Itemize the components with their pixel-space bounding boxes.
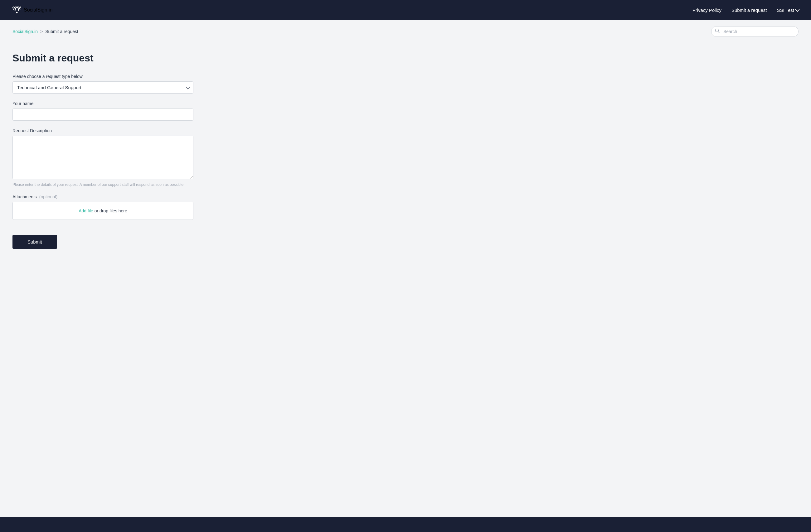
user-menu[interactable]: SSI Test: [777, 7, 798, 13]
wifi-logo-icon: [13, 6, 21, 13]
add-file-link[interactable]: Add file: [79, 208, 93, 213]
request-type-select[interactable]: Technical and General Support Billing Ac…: [13, 81, 194, 94]
breadcrumb: SocialSign.in > Submit a request: [13, 29, 78, 34]
svg-point-0: [16, 12, 18, 13]
request-description-section: Request Description Please enter the det…: [13, 128, 268, 187]
site-header: SocialSign.in Privacy Policy Submit a re…: [0, 0, 811, 20]
file-drop-zone[interactable]: Add file or drop files here: [13, 202, 194, 220]
request-type-label: Please choose a request type below: [13, 74, 268, 79]
header-nav: Privacy Policy Submit a request SSI Test: [692, 7, 798, 13]
attachments-optional: (optional): [39, 194, 57, 199]
request-type-section: Please choose a request type below Techn…: [13, 74, 268, 94]
privacy-policy-link[interactable]: Privacy Policy: [692, 7, 721, 13]
search-icon: [715, 28, 720, 35]
attachments-section: Attachments (optional) Add file or drop …: [13, 194, 268, 220]
breadcrumb-bar: SocialSign.in > Submit a request: [0, 20, 811, 43]
logo[interactable]: SocialSign.in: [13, 6, 53, 13]
user-menu-label: SSI Test: [777, 7, 794, 13]
attachments-label: Attachments (optional): [13, 194, 268, 199]
breadcrumb-separator: >: [40, 29, 43, 34]
footer: [0, 517, 811, 532]
chevron-down-icon: [795, 7, 799, 12]
logo-text: SocialSign.in: [24, 7, 53, 13]
search-input[interactable]: [711, 26, 798, 37]
request-description-hint: Please enter the details of your request…: [13, 183, 268, 187]
breadcrumb-home-link[interactable]: SocialSign.in: [13, 29, 38, 34]
request-description-label: Request Description: [13, 128, 268, 133]
submit-button[interactable]: Submit: [13, 235, 57, 249]
breadcrumb-current: Submit a request: [45, 29, 78, 34]
your-name-label: Your name: [13, 101, 268, 106]
svg-line-2: [718, 32, 720, 33]
page-title: Submit a request: [13, 52, 268, 64]
request-description-textarea[interactable]: [13, 136, 194, 179]
search-container: [711, 26, 798, 37]
request-type-wrapper: Technical and General Support Billing Ac…: [13, 81, 194, 94]
main-content: Submit a request Please choose a request…: [0, 43, 281, 517]
submit-request-link[interactable]: Submit a request: [732, 7, 767, 13]
file-drop-text: or drop files here: [93, 208, 127, 213]
your-name-input[interactable]: [13, 109, 194, 121]
your-name-section: Your name: [13, 101, 268, 121]
